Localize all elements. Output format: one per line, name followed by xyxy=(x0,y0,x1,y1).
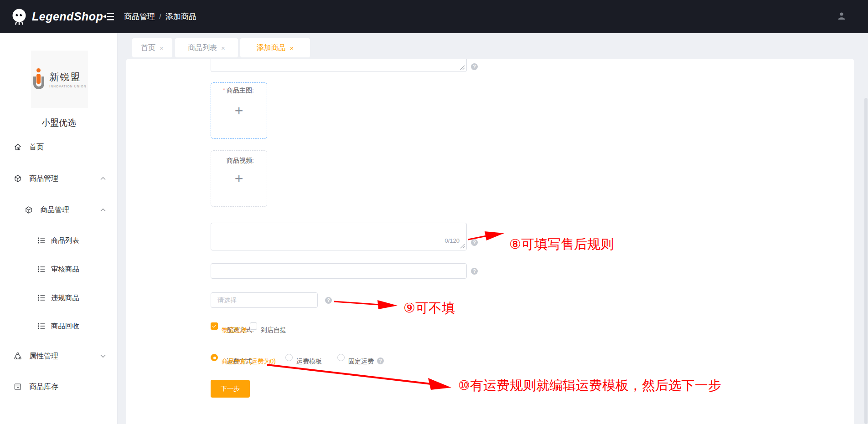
sidebar-item-product-list[interactable]: 商品列表 xyxy=(0,231,117,250)
help-icon[interactable]: ? xyxy=(471,239,478,246)
cube-icon xyxy=(25,206,33,214)
breadcrumb-separator: / xyxy=(159,12,161,21)
scrollbar-track xyxy=(864,33,868,424)
tab-close-icon[interactable]: × xyxy=(221,44,225,52)
list-icon xyxy=(37,265,46,273)
cube-icon xyxy=(14,174,22,183)
video-upload[interactable]: + xyxy=(211,150,267,207)
sidebar-item-label: 商品管理 xyxy=(40,205,69,215)
list-icon xyxy=(37,236,46,245)
list-icon xyxy=(37,294,46,302)
resize-handle-icon[interactable] xyxy=(460,244,465,249)
mascot-icon xyxy=(11,8,27,26)
help-icon[interactable]: ? xyxy=(377,358,384,364)
shop-logo-en: INNOVATION UNION xyxy=(49,85,86,88)
shop-logo: 新锐盟 INNOVATION UNION xyxy=(31,51,88,108)
user-icon[interactable] xyxy=(837,11,846,20)
sidebar-item-label: 商品管理 xyxy=(29,174,58,184)
checkbox-logistics-delivery[interactable] xyxy=(211,322,218,330)
scrolled-textarea-partial[interactable] xyxy=(211,59,467,72)
tab-label: 添加商品 xyxy=(257,43,286,53)
chevron-up-icon xyxy=(100,208,106,212)
breadcrumb: 商品管理 / 添加商品 xyxy=(124,0,196,33)
radio-label-fixed-freight[interactable]: 固定运费 xyxy=(348,358,374,365)
sidebar-item-violation-products[interactable]: 违规商品 xyxy=(0,289,117,307)
brand-name: LegendShop xyxy=(32,10,103,23)
annotation-8: ⑧可填写售后规则 xyxy=(509,237,614,251)
char-counter: 0/120 xyxy=(444,237,460,244)
tab-product-list[interactable]: 商品列表 × xyxy=(175,38,238,57)
annotation-10: ⑩有运费规则就编辑运费模板，然后选下一步 xyxy=(458,378,721,393)
breadcrumb-page: 添加商品 xyxy=(165,11,196,22)
main-image-upload[interactable]: + xyxy=(211,82,267,139)
stock-box-icon xyxy=(14,383,22,391)
share-nodes-icon xyxy=(14,352,22,360)
resize-handle-icon[interactable] xyxy=(460,65,465,70)
shop-logo-cn: 新锐盟 xyxy=(49,71,86,83)
sidebar-item-label: 审核商品 xyxy=(51,265,79,274)
sidebar-item-attribute-mgmt[interactable]: 属性管理 xyxy=(0,347,117,365)
annotation-9: ⑨可不填 xyxy=(403,301,455,315)
check-icon xyxy=(212,324,216,327)
radio-label-free-shipping[interactable]: 商品免邮 (运费为0) xyxy=(222,358,276,365)
help-icon[interactable]: ? xyxy=(471,63,478,70)
sidebar-fold-icon[interactable] xyxy=(103,12,114,21)
radio-free-shipping[interactable] xyxy=(211,354,218,361)
sidebar-item-label: 商品列表 xyxy=(51,236,79,245)
radio-fixed-freight[interactable] xyxy=(337,354,345,361)
strike-price-input[interactable] xyxy=(211,263,467,279)
app-header: LegendShop 商品管理 / 添加商品 xyxy=(0,0,868,33)
shop-logo-mark-icon xyxy=(32,68,46,90)
tab-label: 首页 xyxy=(141,43,155,53)
sidebar-item-label: 违规商品 xyxy=(51,293,79,303)
sidebar-item-product-mgmt-sub[interactable]: 商品管理 xyxy=(0,201,117,219)
list-icon xyxy=(37,322,46,330)
checkbox-label-logistics[interactable]: 物流配送 xyxy=(222,326,247,333)
sidebar-item-review-products[interactable]: 审核商品 xyxy=(0,260,117,278)
add-product-form-panel: ? *商品主图: + 商品视频: + 商品卖点: 0/120 ? 划线价: ? … xyxy=(126,59,854,424)
radio-label-freight-template[interactable]: 运费模板 xyxy=(296,358,322,365)
chevron-down-icon xyxy=(100,354,106,358)
plus-icon: + xyxy=(235,102,243,119)
checkbox-store-pickup[interactable] xyxy=(250,322,257,330)
checkbox-label-pickup[interactable]: 到店自提 xyxy=(261,326,286,333)
sidebar-item-product-recycle[interactable]: 商品回收 xyxy=(0,317,117,335)
sidebar-item-label: 商品库存 xyxy=(29,382,58,392)
brand-select-input[interactable] xyxy=(211,293,317,307)
next-step-button[interactable]: 下一步 xyxy=(211,380,250,398)
sidebar-item-product-mgmt[interactable]: 商品管理 xyxy=(0,169,117,188)
chevron-up-icon xyxy=(100,177,106,180)
tab-add-product[interactable]: 添加商品 × xyxy=(240,38,310,57)
tab-home[interactable]: 首页 × xyxy=(132,38,172,57)
sidebar: 新锐盟 INNOVATION UNION 小盟优选 首页 商品管理 商品管理 商… xyxy=(0,33,118,424)
tab-label: 商品列表 xyxy=(188,43,217,53)
shop-name: 小盟优选 xyxy=(0,117,118,129)
help-icon[interactable]: ? xyxy=(471,268,478,275)
brand-select[interactable] xyxy=(211,292,318,308)
help-icon[interactable]: ? xyxy=(325,297,332,304)
sidebar-item-home[interactable]: 首页 xyxy=(0,138,117,156)
breadcrumb-section[interactable]: 商品管理 xyxy=(124,11,155,22)
radio-dot-icon xyxy=(213,357,216,359)
tab-close-icon[interactable]: × xyxy=(160,44,164,52)
sidebar-item-label: 商品回收 xyxy=(51,322,79,331)
sidebar-item-product-stock[interactable]: 商品库存 xyxy=(0,378,117,396)
sidebar-item-label: 首页 xyxy=(29,143,44,152)
sidebar-item-label: 属性管理 xyxy=(29,352,58,361)
scrollbar-thumb[interactable] xyxy=(864,98,868,424)
home-icon xyxy=(14,143,22,151)
radio-freight-template[interactable] xyxy=(285,354,293,361)
plus-icon: + xyxy=(235,170,243,187)
selling-point-textarea[interactable]: 0/120 xyxy=(211,223,467,250)
brand-logo[interactable]: LegendShop xyxy=(11,0,103,33)
tab-close-icon[interactable]: × xyxy=(290,44,294,52)
